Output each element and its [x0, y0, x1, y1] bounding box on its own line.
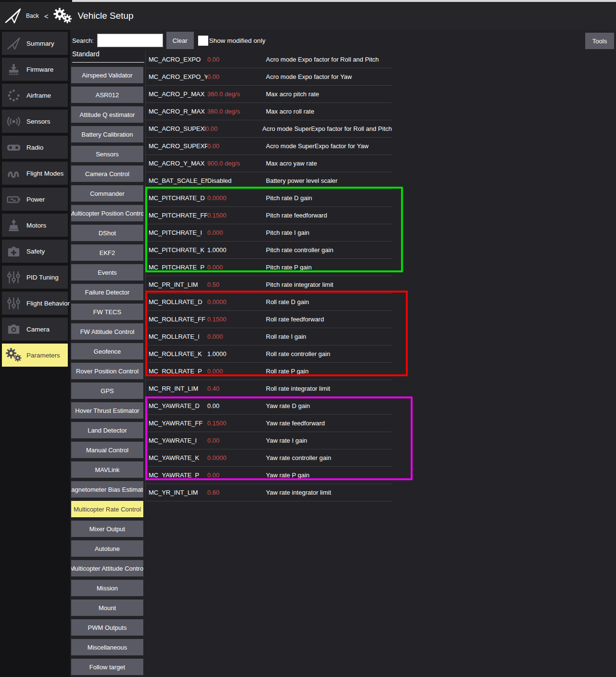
param-row-MC_YAWRATE_D[interactable]: MC_YAWRATE_D0.00Yaw rate D gain — [146, 397, 392, 415]
sidebar-item-flight-behavior[interactable]: Flight Behavior — [2, 292, 68, 315]
param-row-MC_YAWRATE_P[interactable]: MC_YAWRATE_P0.00Yaw rate P gain — [146, 467, 392, 484]
group-item-fw-attitude-control[interactable]: FW Attitude Control — [71, 323, 143, 340]
group-item-events[interactable]: Events — [71, 264, 143, 281]
group-item-manual-control[interactable]: Manual Control — [71, 442, 143, 458]
param-row-MC_ACRO_P_MAX[interactable]: MC_ACRO_P_MAX360.0 deg/sMax acro pitch r… — [146, 86, 392, 103]
group-item-mavlink[interactable]: MAVLink — [71, 461, 143, 478]
param-row-MC_YAWRATE_K[interactable]: MC_YAWRATE_K0.0000Yaw rate controller ga… — [146, 449, 392, 467]
group-item-follow-target[interactable]: Follow target — [71, 659, 143, 675]
sidebar-item-sensors[interactable]: Sensors — [2, 110, 68, 133]
group-item-mount[interactable]: Mount — [71, 600, 143, 616]
param-row-MC_ACRO_SUPEXPOY[interactable]: MC_ACRO_SUPEXPOY0.00Acro mode SuperExpo … — [146, 138, 392, 155]
group-item-attitude-q-estimator[interactable]: Attitude Q estimator — [71, 106, 143, 123]
param-row-MC_YAWRATE_FF[interactable]: MC_YAWRATE_FF0.1500Yaw rate feedforward — [146, 415, 392, 432]
group-item-geofence[interactable]: Geofence — [71, 343, 143, 359]
group-item-land-detector[interactable]: Land Detector — [71, 422, 143, 438]
search-label: Search: — [72, 37, 94, 44]
group-item-battery-calibration[interactable]: Battery Calibration — [71, 126, 143, 142]
param-name: MC_ACRO_SUPEXPO — [146, 125, 205, 132]
param-value: 0.000 — [207, 333, 266, 340]
param-row-MC_ROLLRATE_K[interactable]: MC_ROLLRATE_K1.0000Roll rate controller … — [146, 345, 392, 363]
param-row-MC_PITCHRATE_D[interactable]: MC_PITCHRATE_D0.0000Pitch rate D gain — [146, 190, 392, 207]
param-name: MC_YAWRATE_K — [146, 454, 207, 461]
group-item-failure-detector[interactable]: Failure Detector — [71, 284, 143, 300]
param-row-MC_PITCHRATE_K[interactable]: MC_PITCHRATE_K1.0000Pitch rate controlle… — [146, 242, 392, 259]
param-row-MC_RR_INT_LIM[interactable]: MC_RR_INT_LIM0.40Roll rate integrator li… — [146, 380, 392, 397]
show-modified-checkbox[interactable] — [198, 36, 208, 46]
sidebar-item-camera[interactable]: Camera — [2, 318, 68, 341]
group-item-fw-tecs[interactable]: FW TECS — [71, 304, 143, 320]
group-item-asr012[interactable]: ASR012 — [71, 87, 143, 103]
group-item-ekf2[interactable]: EKF2 — [71, 244, 143, 261]
group-item-gps[interactable]: GPS — [71, 383, 143, 399]
tools-button[interactable]: Tools — [585, 33, 614, 49]
sidebar-item-safety[interactable]: Safety — [2, 240, 68, 263]
param-description: Yaw rate controller gain — [266, 454, 392, 461]
sidebar-item-pid-tuning[interactable]: PID Tuning — [2, 266, 68, 289]
search-input[interactable] — [97, 34, 163, 47]
param-value: 0.00 — [207, 437, 266, 444]
param-row-MC_ACRO_EXPO_Y[interactable]: MC_ACRO_EXPO_Y0.00Acro mode Expo factor … — [146, 68, 392, 86]
sidebar-item-motors[interactable]: Motors — [2, 214, 68, 237]
param-value: 0.1500 — [207, 316, 266, 323]
param-row-MC_YR_INT_LIM[interactable]: MC_YR_INT_LIM0.60Yaw rate integrator lim… — [146, 484, 392, 501]
group-item-magnetometer-bias-estimator[interactable]: Magnetometer Bias Estimator — [71, 481, 143, 498]
group-item-miscellaneous[interactable]: Miscellaneous — [71, 639, 143, 655]
param-name: MC_YAWRATE_FF — [146, 420, 207, 427]
param-row-MC_ROLLRATE_P[interactable]: MC_ROLLRATE_P0.000Roll rate P gain — [146, 363, 392, 380]
param-row-MC_ROLLRATE_I[interactable]: MC_ROLLRATE_I0.000Roll rate I gain — [146, 328, 392, 345]
param-row-MC_PITCHRATE_FF[interactable]: MC_PITCHRATE_FF0.1500Pitch rate feedforw… — [146, 207, 392, 224]
param-name: MC_RR_INT_LIM — [146, 385, 207, 392]
param-description: Pitch rate integrator limit — [266, 281, 392, 288]
param-row-MC_ROLLRATE_D[interactable]: MC_ROLLRATE_D0.0000Roll rate D gain — [146, 294, 392, 311]
sidebar-item-summary[interactable]: Summary — [2, 32, 68, 55]
group-item-rover-position-control[interactable]: Rover Position Control — [71, 363, 143, 379]
sidebar-item-airframe[interactable]: Airframe — [2, 84, 68, 107]
param-name: MC_ACRO_EXPO_Y — [146, 73, 207, 80]
group-item-hover-thrust-estimator[interactable]: Hover Thrust Estimator — [71, 402, 143, 419]
param-row-MC_ROLLRATE_FF[interactable]: MC_ROLLRATE_FF0.1500Roll rate feedforwar… — [146, 311, 392, 328]
group-item-pwm-outputs[interactable]: PWM Outputs — [71, 619, 143, 636]
sidebar-item-firmware[interactable]: Firmware — [2, 58, 68, 81]
group-item-multicopter-rate-control[interactable]: Multicopter Rate Control — [71, 501, 143, 517]
param-row-MC_ACRO_Y_MAX[interactable]: MC_ACRO_Y_MAX900.0 deg/sMax acro yaw rat… — [146, 155, 392, 172]
param-row-MC_ACRO_R_MAX[interactable]: MC_ACRO_R_MAX360.0 deg/sMax acro roll ra… — [146, 103, 392, 120]
battery-icon — [2, 189, 25, 209]
param-value: 0.00 — [207, 56, 266, 63]
show-modified-label: Show modified only — [209, 37, 265, 44]
parameter-table: MC_ACRO_EXPO0.00Acro mode Expo factor fo… — [145, 51, 392, 501]
param-description: Roll rate D gain — [266, 298, 392, 306]
group-item-commander[interactable]: Commander — [71, 185, 143, 202]
param-row-MC_ACRO_SUPEXPO[interactable]: MC_ACRO_SUPEXPO0.00Acro mode SuperExpo f… — [146, 120, 392, 138]
back-button[interactable]: Back — [0, 7, 39, 25]
group-item-mixer-output[interactable]: Mixer Output — [71, 521, 143, 537]
param-row-MC_ACRO_EXPO[interactable]: MC_ACRO_EXPO0.00Acro mode Expo factor fo… — [146, 51, 392, 68]
param-row-MC_BAT_SCALE_EN[interactable]: MC_BAT_SCALE_ENDisabledBattery power lev… — [146, 172, 392, 190]
param-description: Roll rate integrator limit — [266, 385, 392, 392]
group-item-autotune[interactable]: Autotune — [71, 540, 143, 557]
sensors-signal-icon — [2, 111, 25, 131]
sidebar-item-radio[interactable]: Radio — [2, 136, 68, 159]
group-item-mission[interactable]: Mission — [71, 580, 143, 596]
param-description: Acro mode Expo factor for Yaw — [266, 73, 392, 80]
paper-plane-icon — [4, 7, 22, 25]
clear-button[interactable]: Clear — [166, 32, 194, 49]
group-item-camera-control[interactable]: Camera Control — [71, 166, 143, 182]
group-item-multicopter-attitude-control[interactable]: Multicopter Attitude Control — [71, 560, 143, 576]
sidebar-item-flight-modes[interactable]: Flight Modes — [2, 162, 68, 185]
param-row-MC_PITCHRATE_P[interactable]: MC_PITCHRATE_P0.000Pitch rate P gain — [146, 259, 392, 276]
param-value: 0.00 — [207, 73, 266, 80]
sidebar-item-power[interactable]: Power — [2, 188, 68, 211]
group-item-dshot[interactable]: DShot — [71, 225, 143, 241]
sidebar-item-parameters[interactable]: Parameters — [2, 344, 68, 367]
group-item-multicopter-position-control[interactable]: Multicopter Position Control — [71, 205, 143, 221]
param-description: Max acro pitch rate — [266, 90, 392, 98]
param-name: MC_ACRO_R_MAX — [146, 108, 207, 115]
group-item-airspeed-validator[interactable]: Airspeed Validator — [71, 67, 143, 83]
group-item-sensors[interactable]: Sensors — [71, 146, 143, 162]
param-row-MC_PITCHRATE_I[interactable]: MC_PITCHRATE_I0.000Pitch rate I gain — [146, 224, 392, 242]
param-row-MC_YAWRATE_I[interactable]: MC_YAWRATE_I0.00Yaw rate I gain — [146, 432, 392, 449]
sliders-icon — [2, 293, 25, 313]
param-row-MC_PR_INT_LIM[interactable]: MC_PR_INT_LIM0.50Pitch rate integrator l… — [146, 276, 392, 294]
param-description: Roll rate feedforward — [266, 316, 392, 323]
